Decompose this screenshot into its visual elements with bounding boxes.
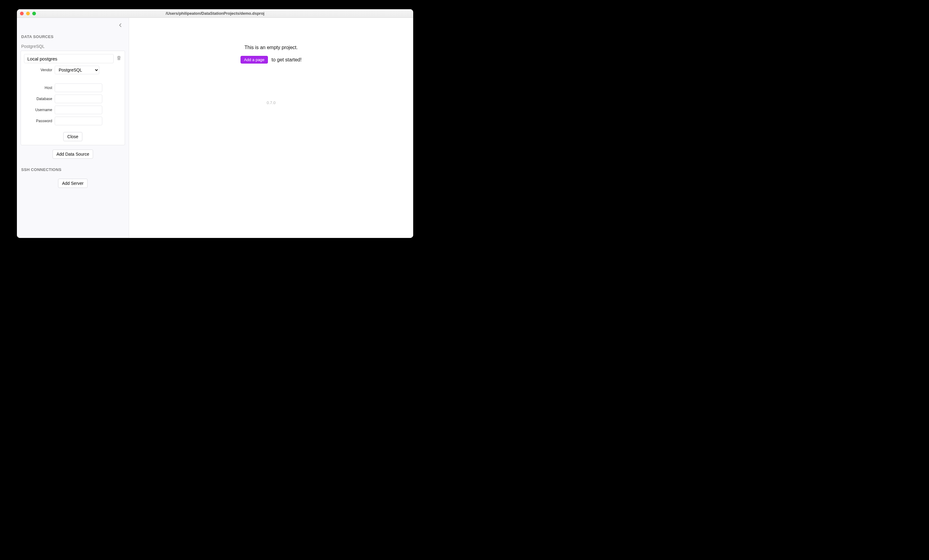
empty-project-cta: Add a page to get started!	[241, 56, 301, 64]
app-body: DATA SOURCES PostgreSQL Vendor PostgreSQ…	[17, 18, 413, 238]
titlebar: /Users/philipeaton/DataStationProjects/d…	[17, 9, 413, 18]
data-source-type-label: PostgreSQL	[21, 44, 124, 49]
password-label: Password	[24, 119, 55, 123]
app-window: /Users/philipeaton/DataStationProjects/d…	[17, 9, 413, 238]
delete-data-source-button[interactable]	[116, 56, 122, 61]
add-data-source-button[interactable]: Add Data Source	[52, 150, 94, 159]
chevron-left-icon	[119, 23, 122, 28]
password-input[interactable]	[55, 117, 102, 125]
cta-suffix-text: to get started!	[271, 57, 302, 63]
database-label: Database	[24, 97, 55, 101]
traffic-lights	[20, 12, 36, 15]
vendor-label: Vendor	[24, 68, 55, 72]
username-input[interactable]	[55, 106, 102, 114]
window-title: /Users/philipeaton/DataStationProjects/d…	[17, 11, 413, 16]
add-page-button[interactable]: Add a page	[241, 56, 268, 64]
host-label: Host	[24, 86, 55, 90]
data-source-card: Vendor PostgreSQL Host Database Username	[21, 50, 125, 145]
host-input[interactable]	[55, 84, 102, 92]
data-sources-heading: DATA SOURCES	[21, 34, 124, 39]
empty-project-message: This is an empty project.	[245, 45, 298, 50]
collapse-sidebar-button[interactable]	[118, 23, 123, 28]
database-input[interactable]	[55, 95, 102, 103]
main-pane: This is an empty project. Add a page to …	[129, 18, 413, 238]
version-label: 0.7.0	[267, 100, 276, 105]
sidebar: DATA SOURCES PostgreSQL Vendor PostgreSQ…	[17, 18, 129, 238]
vendor-select[interactable]: PostgreSQL	[55, 66, 99, 74]
close-window-button[interactable]	[20, 12, 24, 15]
fullscreen-window-button[interactable]	[32, 12, 36, 15]
trash-icon	[117, 55, 121, 62]
minimize-window-button[interactable]	[26, 12, 30, 15]
close-button[interactable]: Close	[63, 132, 82, 141]
data-source-name-input[interactable]	[24, 54, 113, 63]
username-label: Username	[24, 108, 55, 112]
add-server-button[interactable]: Add Server	[58, 179, 87, 188]
ssh-connections-heading: SSH CONNECTIONS	[21, 167, 124, 172]
